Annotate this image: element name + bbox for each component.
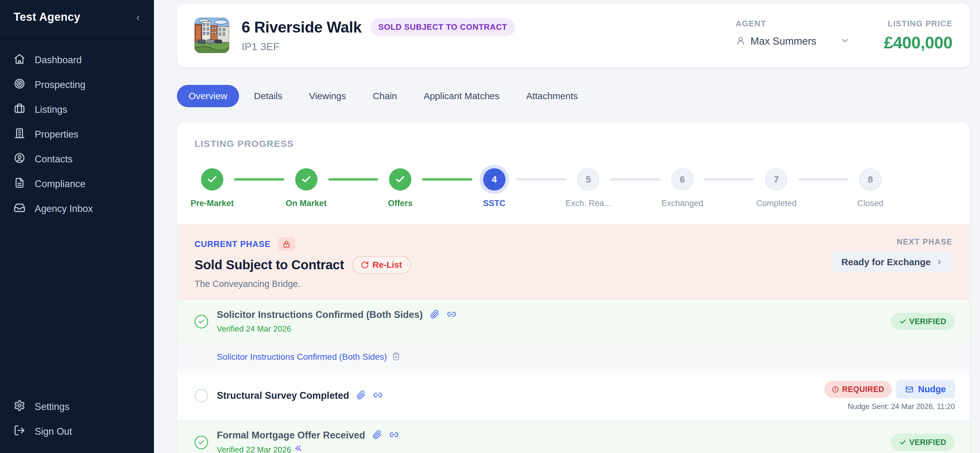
step-circle-complete: [295, 168, 318, 191]
step-circle-future: 7: [765, 168, 788, 191]
sidebar-item-settings[interactable]: Settings: [0, 396, 154, 418]
target-icon: [14, 78, 25, 92]
required-badge: REQUIRED: [824, 381, 892, 398]
step-label: Exch. Rea...: [566, 199, 611, 208]
user-circle-icon: [14, 152, 25, 166]
property-header-card: 6 Riverside Walk SOLD SUBJECT TO CONTRAC…: [177, 3, 970, 67]
file-text-icon: [14, 177, 25, 191]
attachment-link[interactable]: Solicitor Instructions Confirmed (Both S…: [217, 352, 387, 362]
sidebar-spacer: [0, 222, 154, 384]
tab-applicant-matches[interactable]: Applicant Matches: [412, 85, 511, 107]
sidebar-item-label: Prospecting: [35, 79, 86, 91]
agent-select[interactable]: Max Summers: [736, 35, 850, 47]
step-label: Exchanged: [661, 199, 703, 208]
current-phase-section: CURRENT PHASE Sold Subject to Contract R…: [177, 224, 970, 453]
step-connector: [704, 178, 754, 181]
verified-date: Verified 22 Mar 2026: [217, 445, 291, 453]
alert-circle-icon: [832, 386, 839, 393]
step-exchange-ready[interactable]: 5 Exch. Rea...: [566, 168, 610, 208]
property-title: 6 Riverside Walk: [242, 18, 362, 36]
paperclip-icon[interactable]: [430, 309, 439, 320]
sidebar-item-label: Compliance: [35, 179, 86, 190]
row-main: Solicitor Instructions Confirmed (Both S…: [217, 309, 456, 334]
sidebar-item-contacts[interactable]: Contacts: [0, 148, 154, 171]
paperclip-icon[interactable]: [372, 430, 382, 440]
tab-details[interactable]: Details: [242, 85, 294, 107]
sidebar-item-label: Settings: [35, 401, 69, 412]
check-icon: [301, 174, 312, 185]
inbox-icon: [14, 202, 25, 216]
next-phase-button[interactable]: Ready for Exchange: [832, 252, 953, 272]
verified-badge: VERIFIED: [891, 313, 955, 330]
step-label: On Market: [286, 199, 327, 208]
sidebar-item-agency-inbox[interactable]: Agency Inbox: [0, 197, 154, 220]
chevron-down-icon: [840, 36, 850, 47]
logout-icon: [14, 424, 25, 439]
sidebar-item-prospecting[interactable]: Prospecting: [0, 73, 154, 96]
sidebar-item-dashboard[interactable]: Dashboard: [0, 49, 154, 72]
phase-header: CURRENT PHASE Sold Subject to Contract R…: [177, 224, 970, 300]
briefcase-icon: [14, 102, 25, 117]
step-connector: [328, 178, 379, 181]
check-icon: [207, 174, 218, 185]
sidebar-item-compliance[interactable]: Compliance: [0, 172, 154, 196]
checkbox-checked[interactable]: [194, 435, 208, 449]
chevron-right-icon: [936, 258, 943, 266]
row-right: VERIFIED: [891, 434, 955, 451]
current-phase-label: CURRENT PHASE: [194, 239, 271, 249]
main-content: 6 Riverside Walk SOLD SUBJECT TO CONTRAC…: [154, 0, 980, 453]
tab-overview[interactable]: Overview: [177, 85, 239, 107]
sparkles-icon[interactable]: [294, 445, 302, 453]
user-icon: [736, 36, 746, 47]
step-circle-future: 6: [671, 168, 694, 191]
step-on-market[interactable]: On Market: [284, 168, 328, 208]
step-offers[interactable]: Offers: [378, 168, 422, 208]
phase-description: The Conveyancing Bridge.: [194, 279, 411, 289]
step-pre-market[interactable]: Pre-Market: [190, 168, 234, 208]
phase-next-block: NEXT PHASE Ready for Exchange: [832, 237, 953, 272]
sidebar-item-label: Contacts: [35, 154, 73, 165]
nudge-sent-text: Nudge Sent: 24 Mar 2026, 11:20: [848, 402, 955, 411]
sidebar-collapse-icon[interactable]: ‹: [136, 12, 140, 22]
sidebar-item-listings[interactable]: Listings: [0, 98, 154, 121]
sidebar-item-label: Properties: [35, 129, 78, 140]
checkbox-checked[interactable]: [194, 315, 208, 329]
check-icon: [899, 318, 906, 325]
property-thumbnail[interactable]: [194, 18, 229, 53]
link-icon[interactable]: [389, 430, 399, 440]
sidebar: Test Agency ‹ Dashboard Prospecting List…: [0, 0, 154, 453]
link-icon[interactable]: [447, 309, 456, 320]
status-badge: SOLD SUBJECT TO CONTRACT: [371, 18, 515, 36]
agent-label: AGENT: [736, 19, 850, 29]
home-icon: [14, 53, 25, 67]
step-circle-complete: [389, 168, 411, 191]
property-info: 6 Riverside Walk SOLD SUBJECT TO CONTRAC…: [242, 18, 515, 53]
step-connector: [422, 178, 473, 181]
nudge-button[interactable]: Nudge: [896, 380, 955, 399]
task-title: Solicitor Instructions Confirmed (Both S…: [217, 309, 423, 321]
step-label: Offers: [388, 199, 412, 208]
tab-chain[interactable]: Chain: [361, 85, 409, 107]
link-icon[interactable]: [373, 391, 382, 401]
step-closed[interactable]: 8 Closed: [848, 168, 892, 208]
step-completed[interactable]: 7 Completed: [754, 168, 798, 208]
step-exchanged[interactable]: 6 Exchanged: [660, 168, 704, 208]
trash-icon[interactable]: [392, 352, 401, 362]
step-connector: [516, 178, 566, 181]
relist-button[interactable]: Re-List: [352, 256, 411, 274]
agent-block: AGENT Max Summers: [736, 19, 850, 47]
checklist-row-solicitor: Solicitor Instructions Confirmed (Both S…: [177, 300, 970, 343]
listing-progress-card: LISTING PROGRESS Pre-Market On Market Of…: [177, 122, 970, 453]
tab-viewings[interactable]: Viewings: [298, 85, 358, 107]
tab-attachments[interactable]: Attachments: [514, 85, 590, 107]
paperclip-icon[interactable]: [356, 391, 366, 401]
step-label: Completed: [756, 199, 797, 208]
sidebar-item-properties[interactable]: Properties: [0, 123, 154, 146]
sidebar-item-sign-out[interactable]: Sign Out: [0, 420, 154, 443]
check-icon: [198, 318, 205, 325]
sidebar-nav: Dashboard Prospecting Listings Propertie…: [0, 33, 154, 222]
checklist-row-survey: Structural Survey Completed REQUIRED: [177, 370, 970, 420]
step-sstc[interactable]: 4 SSTC: [473, 168, 516, 208]
task-title: Formal Mortgage Offer Received: [217, 430, 365, 441]
checkbox-unchecked[interactable]: [194, 389, 208, 402]
